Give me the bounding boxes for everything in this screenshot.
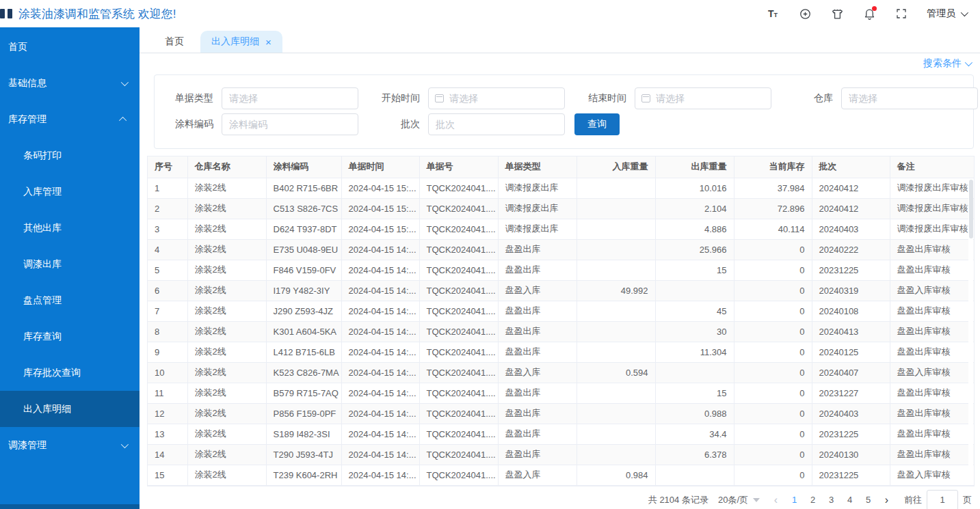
cell-paint_code: F846 V159-0FV [266, 260, 341, 280]
close-icon[interactable]: × [265, 37, 272, 47]
sidebar-item-label: 其他出库 [23, 222, 62, 234]
sidebar-item-other-outbound[interactable]: 其他出库 [0, 210, 140, 246]
sidebar-item-label: 条码打印 [23, 150, 62, 162]
cell-paint_code: K301 A604-5KA [266, 321, 341, 342]
table-row: 1涂装2线B402 R715-6BR2024-04-15 15:...TQCK2… [148, 178, 974, 198]
cell-in_weight [577, 198, 655, 219]
cell-doc_no: TQCK2024041.... [419, 342, 498, 362]
sidebar-item-paint-mixing-management[interactable]: 调漆管理 [0, 427, 140, 463]
cell-batch: 20240407 [812, 362, 890, 383]
cell-current_stock: 0 [734, 239, 812, 260]
sidebar-item-label: 出入库明细 [23, 403, 71, 415]
cell-in_weight [577, 383, 655, 403]
cell-remark: 盘盈出库审核 [890, 260, 974, 280]
page-number-1[interactable]: 1 [785, 491, 804, 509]
bell-icon[interactable] [862, 7, 876, 20]
next-page-button[interactable]: › [877, 491, 896, 509]
tab-inout-detail[interactable]: 出入库明细× [200, 31, 282, 53]
cell-batch: 20231227 [812, 383, 890, 403]
cell-doc_type: 盘盈出库 [498, 260, 577, 280]
cell-doc_time: 2024-04-15 14:... [341, 280, 419, 301]
cell-doc_type: 调漆报废出库 [498, 178, 577, 198]
cell-index: 13 [148, 424, 187, 444]
tabbar: 首页出入库明细× [140, 27, 980, 53]
cell-doc_no: TQCK2024041.... [419, 444, 498, 465]
cell-in_weight: 0.594 [577, 362, 655, 383]
filter-label: 开始时间 [361, 92, 428, 105]
table-row: 2涂装2线C513 S826-7CS2024-04-15 15:...TQCK2… [148, 198, 974, 219]
goto-page: 前往 页 [904, 490, 972, 509]
sidebar-item-paint-outbound[interactable]: 调漆出库 [0, 246, 140, 282]
cell-batch: 20240130 [812, 444, 890, 465]
batch-input[interactable] [428, 113, 565, 135]
query-button[interactable]: 查询 [574, 113, 620, 135]
cell-doc_type: 盘盈出库 [498, 239, 577, 260]
cell-in_weight [577, 444, 655, 465]
font-size-icon[interactable]: TT [766, 7, 780, 20]
table-row: 11涂装2线B579 R715-7AQ2024-04-15 14:...TQCK… [148, 383, 974, 403]
cell-current_stock: 0 [734, 280, 812, 301]
start-time-input[interactable] [428, 87, 565, 109]
warehouse-input[interactable] [841, 87, 978, 109]
sidebar-item-inventory-batch-query[interactable]: 库存批次查询 [0, 355, 140, 391]
sidebar-item-inbound-management[interactable]: 入库管理 [0, 174, 140, 210]
cell-batch: 20231225 [812, 260, 890, 280]
sidebar-item-inout-detail[interactable]: 出入库明细 [0, 391, 140, 427]
cell-in_weight [577, 424, 655, 444]
zoom-in-icon[interactable] [798, 7, 812, 20]
cell-in_weight [577, 403, 655, 424]
cell-current_stock: 0 [734, 260, 812, 280]
cell-doc_no: TQCK2024041.... [419, 424, 498, 444]
chevron-down-icon [121, 78, 129, 85]
cell-doc_type: 盘盈出库 [498, 342, 577, 362]
cell-current_stock: 0 [734, 444, 812, 465]
page-number-5[interactable]: 5 [859, 491, 877, 509]
cell-index: 6 [148, 280, 187, 301]
sidebar-item-basic-info[interactable]: 基础信息 [0, 65, 140, 101]
filter-end-time: 结束时间 [568, 87, 774, 109]
cell-doc_time: 2024-04-15 14:... [341, 444, 419, 465]
tab-home[interactable]: 首页 [154, 31, 195, 53]
cell-remark: 盘盈入库审核 [890, 280, 974, 301]
cell-remark: 盘盈出库审核 [890, 444, 974, 465]
sidebar-item-inventory-management[interactable]: 库存管理 [0, 101, 140, 137]
page-number-2[interactable]: 2 [804, 491, 822, 509]
sidebar-item-inventory-query[interactable]: 库存查询 [0, 318, 140, 355]
paint-code-input[interactable] [222, 113, 358, 135]
cell-doc_type: 调漆报废出库 [498, 219, 577, 239]
column-header-in_weight: 入库重量 [577, 156, 655, 178]
cell-current_stock: 0 [734, 301, 812, 321]
page-size-select[interactable]: 20条/页 [718, 494, 760, 506]
column-header-remark: 备注 [890, 156, 974, 178]
prev-page-button[interactable]: ‹ [767, 491, 785, 509]
cell-doc_time: 2024-04-15 14:... [341, 239, 419, 260]
cell-index: 2 [148, 198, 187, 219]
page-number-3[interactable]: 3 [822, 491, 840, 509]
search-conditions-toggle[interactable]: 搜索条件 [923, 57, 970, 70]
cell-doc_time: 2024-04-15 14:... [341, 424, 419, 444]
cell-remark: 盘盈出库审核 [890, 424, 974, 444]
cell-doc_no: TQCK2024041.... [419, 383, 498, 403]
cell-in_weight [577, 219, 655, 239]
scrollbar-thumb[interactable] [969, 180, 973, 238]
cell-remark: 盘盈出库审核 [890, 403, 974, 424]
cell-doc_time: 2024-04-15 14:... [341, 321, 419, 342]
cell-warehouse: 涂装2线 [187, 198, 266, 219]
goto-page-input[interactable] [927, 490, 958, 509]
cell-warehouse: 涂装2线 [187, 444, 266, 465]
page-number-4[interactable]: 4 [840, 491, 859, 509]
cell-doc_time: 2024-04-15 15:... [341, 198, 419, 219]
doc-type-input[interactable] [222, 87, 358, 109]
end-time-input[interactable] [635, 87, 771, 109]
column-header-paint_code: 涂料编码 [266, 156, 341, 178]
sidebar-item-home[interactable]: 首页 [0, 29, 140, 65]
tab-label: 出入库明细 [211, 36, 259, 48]
sidebar-item-barcode-print[interactable]: 条码打印 [0, 137, 140, 174]
fullscreen-icon[interactable] [895, 7, 908, 20]
theme-icon[interactable] [830, 7, 844, 20]
cell-remark: 调漆报废出库审核 [890, 219, 974, 239]
chevron-down-icon [965, 59, 972, 66]
cell-warehouse: 涂装2线 [187, 403, 266, 424]
user-menu[interactable]: 管理员 [927, 8, 966, 20]
sidebar-item-stocktake-management[interactable]: 盘点管理 [0, 282, 140, 318]
